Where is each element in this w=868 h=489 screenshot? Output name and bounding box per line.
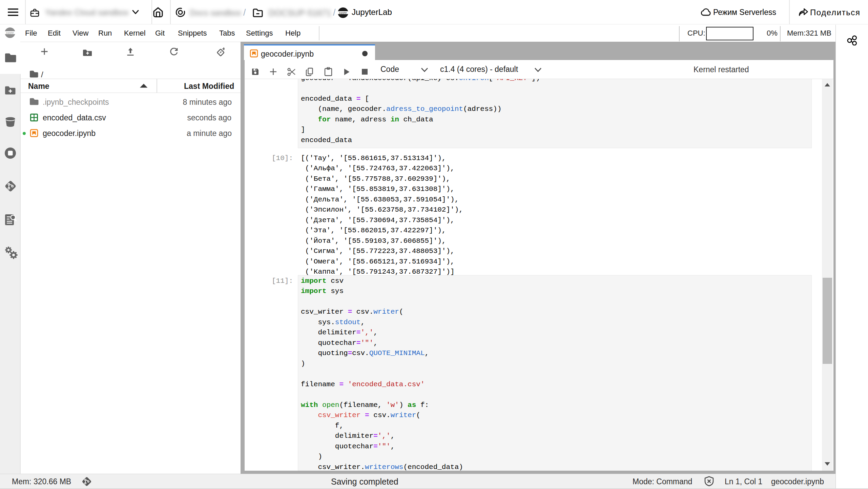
svg-text:jupyter: jupyter [339, 11, 347, 14]
svg-text:jupyter: jupyter [6, 31, 14, 34]
